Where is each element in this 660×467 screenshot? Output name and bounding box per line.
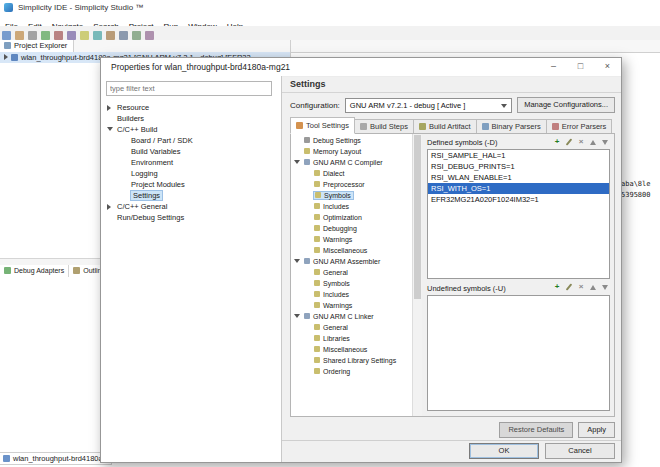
tree-item-includes[interactable]: Includes xyxy=(291,201,412,212)
symbol-item-selected[interactable]: RSI_WITH_OS=1 xyxy=(428,183,609,194)
move-down-icon[interactable] xyxy=(600,282,610,292)
expander-icon[interactable] xyxy=(294,259,300,263)
settings-panel: Settings Configuration: GNU ARM v7.2.1 -… xyxy=(282,76,621,462)
tab-build-steps[interactable]: Build Steps xyxy=(355,119,414,134)
tree-item-preprocessor[interactable]: Preprocessor xyxy=(291,179,412,190)
restore-defaults-button[interactable]: Restore Defaults xyxy=(499,422,573,438)
add-symbol-icon[interactable]: + xyxy=(552,282,562,292)
tree-item-warnings[interactable]: Warnings xyxy=(291,300,412,311)
manage-configurations-button[interactable]: Manage Configurations... xyxy=(517,97,615,113)
tree-item-gnu-arm-assembler[interactable]: GNU ARM Assembler xyxy=(291,256,412,267)
tree-item-miscellaneous[interactable]: Miscellaneous xyxy=(291,344,412,355)
toolbar-icon[interactable] xyxy=(67,31,76,40)
tree-item-miscellaneous[interactable]: Miscellaneous xyxy=(291,245,412,256)
tree-item-libraries[interactable]: Libraries xyxy=(291,333,412,344)
nav-item-board-part-sdk[interactable]: Board / Part / SDK xyxy=(101,135,280,146)
tab-debug-adapters[interactable]: Debug Adapters xyxy=(0,265,69,277)
symbol-item[interactable]: RSI_WLAN_ENABLE=1 xyxy=(428,172,609,183)
properties-dialog: Properties for wlan_throughput-brd4180a-… xyxy=(100,57,622,463)
filter-input[interactable] xyxy=(106,81,272,96)
tab-tool-settings[interactable]: Tool Settings xyxy=(290,117,355,134)
close-icon[interactable]: × xyxy=(594,58,621,76)
undefined-symbols-list[interactable] xyxy=(427,295,610,411)
nav-item-logging[interactable]: Logging xyxy=(101,168,280,179)
toolbar-icon[interactable] xyxy=(119,31,128,40)
tab-project-explorer[interactable]: Project Explorer xyxy=(0,40,74,52)
delete-symbol-icon[interactable]: × xyxy=(576,282,586,292)
symbol-item[interactable]: RSI_SAMPLE_HAL=1 xyxy=(428,150,609,161)
toolbar-icon[interactable] xyxy=(93,31,102,40)
defined-symbols-label: Defined symbols (-D) xyxy=(427,138,497,147)
nav-item-cpp-general[interactable]: C/C++ General xyxy=(101,201,280,212)
symbol-item[interactable]: EFR32MG21A020F1024IM32=1 xyxy=(428,194,609,205)
toolbar-icon[interactable] xyxy=(41,31,50,40)
move-up-icon[interactable] xyxy=(588,137,598,147)
nav-label: C/C++ General xyxy=(117,202,167,211)
nav-item-build-variables[interactable]: Build Variables xyxy=(101,146,280,157)
expander-icon[interactable] xyxy=(294,314,300,318)
toolbar-icon[interactable] xyxy=(132,31,141,40)
nav-item-settings[interactable]: Settings xyxy=(101,190,280,201)
expander-icon[interactable] xyxy=(4,54,8,60)
cancel-button[interactable]: Cancel xyxy=(545,443,615,459)
tree-item-shared-library-settings[interactable]: Shared Library Settings xyxy=(291,355,412,366)
dialog-titlebar[interactable]: Properties for wlan_throughput-brd4180a-… xyxy=(101,58,621,77)
tree-item-optimization[interactable]: Optimization xyxy=(291,212,412,223)
nav-item-builders[interactable]: Builders xyxy=(101,113,280,124)
move-up-icon[interactable] xyxy=(588,282,598,292)
expander-icon[interactable] xyxy=(107,204,111,210)
tree-item-symbols[interactable]: Symbols xyxy=(291,190,412,201)
maximize-icon[interactable]: □ xyxy=(567,58,594,76)
tree-item-general[interactable]: General xyxy=(291,322,412,333)
apply-button[interactable]: Apply xyxy=(578,422,615,438)
expander-icon[interactable] xyxy=(107,105,111,111)
nav-item-project-modules[interactable]: Project Modules xyxy=(101,179,280,190)
edit-symbol-icon[interactable] xyxy=(564,137,574,147)
tree-item-debug-settings[interactable]: Debug Settings xyxy=(291,135,412,146)
nav-item-cpp-build[interactable]: C/C++ Build xyxy=(101,124,280,135)
tree-item-ordering[interactable]: Ordering xyxy=(291,366,412,377)
tree-item-warnings[interactable]: Warnings xyxy=(291,234,412,245)
ok-button[interactable]: OK xyxy=(469,443,539,459)
nav-item-run-debug-settings[interactable]: Run/Debug Settings xyxy=(101,212,280,223)
tree-item-dialect[interactable]: Dialect xyxy=(291,168,412,179)
tab-build-artifact[interactable]: Build Artifact xyxy=(414,119,477,134)
expander-icon[interactable] xyxy=(294,160,300,164)
tree-item-gnu-arm-c-linker[interactable]: GNU ARM C Linker xyxy=(291,311,412,322)
properties-nav-panel: Resource Builders C/C++ Build Board / Pa… xyxy=(101,76,282,462)
tree-item-symbols[interactable]: Symbols xyxy=(291,278,412,289)
nav-item-environment[interactable]: Environment xyxy=(101,157,280,168)
nav-item-resource[interactable]: Resource xyxy=(101,102,280,113)
defined-symbols-toolbar: + × xyxy=(552,137,610,147)
toolbar-icon[interactable] xyxy=(80,31,89,40)
bottom-editor-tab[interactable]: wlan_throughput-brd4180a-mg2... xyxy=(0,452,112,465)
toolbar-icon[interactable] xyxy=(2,31,11,40)
tab-label: Error Parsers xyxy=(562,120,607,133)
tree-item-gnu-arm-c-compiler[interactable]: GNU ARM C Compiler xyxy=(291,157,412,168)
tree-label: Libraries xyxy=(323,335,350,342)
toolbar-icon[interactable] xyxy=(106,31,115,40)
expander-icon[interactable] xyxy=(107,127,113,131)
ide-titlebar[interactable]: Simplicity IDE - Simplicity Studio ™ xyxy=(0,0,660,16)
edit-symbol-icon[interactable] xyxy=(564,282,574,292)
tree-item-includes[interactable]: Includes xyxy=(291,289,412,300)
tree-item-general[interactable]: General xyxy=(291,267,412,278)
add-symbol-icon[interactable]: + xyxy=(552,137,562,147)
tab-error-parsers[interactable]: Error Parsers xyxy=(547,119,613,134)
tree-item-memory-layout[interactable]: Memory Layout xyxy=(291,146,412,157)
toolbar-icon[interactable] xyxy=(28,31,37,40)
toolbar-icon[interactable] xyxy=(54,31,63,40)
move-down-icon[interactable] xyxy=(600,137,610,147)
defined-symbols-list[interactable]: RSI_SAMPLE_HAL=1 RSI_DEBUG_PRINTS=1 RSI_… xyxy=(427,149,610,279)
tab-binary-parsers[interactable]: Binary Parsers xyxy=(477,119,547,134)
wrench-icon xyxy=(314,203,320,209)
delete-symbol-icon[interactable]: × xyxy=(576,137,586,147)
scrollbar-thumb[interactable] xyxy=(414,135,421,299)
configuration-select[interactable]: GNU ARM v7.2.1 - debug [ Active ] xyxy=(345,98,512,113)
tree-item-debugging[interactable]: Debugging xyxy=(291,223,412,234)
minimize-icon[interactable]: – xyxy=(540,58,567,76)
toolbar-icon[interactable] xyxy=(15,31,24,40)
toolbar-icon[interactable] xyxy=(145,31,154,40)
configuration-value: GNU ARM v7.2.1 - debug [ Active ] xyxy=(350,101,465,110)
symbol-item[interactable]: RSI_DEBUG_PRINTS=1 xyxy=(428,161,609,172)
